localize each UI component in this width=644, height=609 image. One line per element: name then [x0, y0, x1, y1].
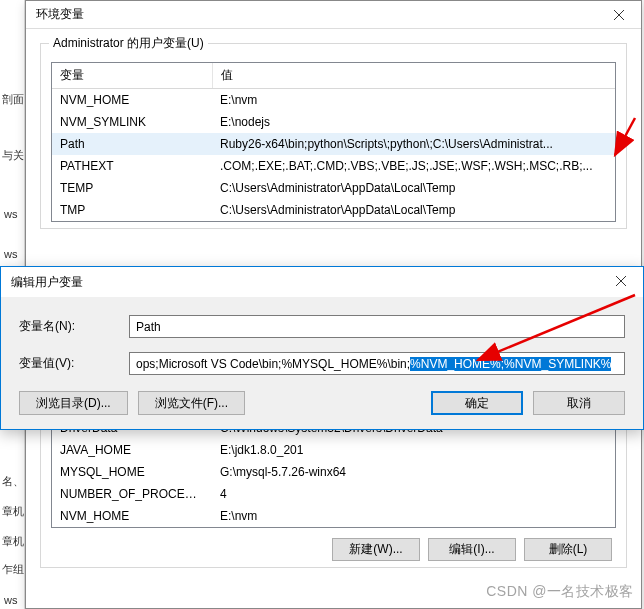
cell-name: TEMP	[52, 179, 212, 197]
cell-name: MYSQL_HOME	[52, 463, 212, 481]
table-row[interactable]: TMPC:\Users\Administrator\AppData\Local\…	[52, 199, 615, 221]
sys-vars-group: DriverDataC:\Windows\System32\Drivers\Dr…	[40, 417, 627, 568]
dialog-titlebar: 编辑用户变量	[1, 267, 643, 297]
cell-name: NVM_HOME	[52, 91, 212, 109]
value-label: 变量值(V):	[19, 355, 129, 372]
bg-text: 章机	[2, 534, 24, 549]
close-button[interactable]	[597, 1, 641, 29]
table-row[interactable]: PATHEXT.COM;.EXE;.BAT;.CMD;.VBS;.VBE;.JS…	[52, 155, 615, 177]
table-row[interactable]: JAVA_HOMEE:\jdk1.8.0_201	[52, 439, 615, 461]
bg-text: 名、	[2, 474, 24, 489]
cell-name: Path	[52, 135, 212, 153]
cell-value: C:\Users\Administrator\AppData\Local\Tem…	[212, 179, 615, 197]
value-text-selection: %NVM_HOME%;%NVM_SYMLINK%	[410, 357, 611, 371]
bg-text: ws	[4, 248, 17, 260]
bg-text: 乍组	[2, 562, 24, 577]
cell-value: E:\nvm	[212, 507, 615, 525]
table-row[interactable]: NUMBER_OF_PROCESSORS4	[52, 483, 615, 505]
cell-value: E:\jdk1.8.0_201	[212, 441, 615, 459]
cell-name: NUMBER_OF_PROCESSORS	[52, 485, 212, 503]
cell-name: JAVA_HOME	[52, 441, 212, 459]
user-vars-table[interactable]: 变量 值 NVM_HOMEE:\nvmNVM_SYMLINKE:\nodejsP…	[51, 62, 616, 222]
th-name[interactable]: 变量	[52, 63, 212, 88]
table-row[interactable]: NVM_HOMEE:\nvm	[52, 89, 615, 111]
cell-name: NVM_SYMLINK	[52, 113, 212, 131]
browse-file-button[interactable]: 浏览文件(F)...	[138, 391, 245, 415]
bg-text: ws	[4, 594, 17, 606]
dialog-title: 编辑用户变量	[11, 274, 83, 291]
group-legend: Administrator 的用户变量(U)	[49, 35, 208, 52]
cell-value: .COM;.EXE;.BAT;.CMD;.VBS;.VBE;.JS;.JSE;.…	[212, 157, 615, 175]
cell-name: NVM_HOME	[52, 507, 212, 525]
name-input[interactable]	[129, 315, 625, 338]
close-icon	[614, 10, 624, 20]
table-row[interactable]: NVM_SYMLINKE:\nodejs	[52, 111, 615, 133]
value-text-prefix: ops;Microsoft VS Code\bin;%MYSQL_HOME%\b…	[136, 357, 410, 371]
cell-value: G:\mysql-5.7.26-winx64	[212, 463, 615, 481]
ok-button[interactable]: 确定	[431, 391, 523, 415]
th-value[interactable]: 值	[212, 63, 615, 88]
cell-value: 4	[212, 485, 615, 503]
bg-text: 剖面	[2, 92, 24, 107]
dialog-close-button[interactable]	[599, 267, 643, 295]
cell-value: C:\Users\Administrator\AppData\Local\Tem…	[212, 201, 615, 219]
name-label: 变量名(N):	[19, 318, 129, 335]
edit-button[interactable]: 编辑(I)...	[428, 538, 516, 561]
cell-value: E:\nvm	[212, 91, 615, 109]
user-vars-group: Administrator 的用户变量(U) 变量 值 NVM_HOMEE:\n…	[40, 43, 627, 229]
table-row[interactable]: TEMPC:\Users\Administrator\AppData\Local…	[52, 177, 615, 199]
cell-value: Ruby26-x64\bin;python\Scripts\;python\;C…	[212, 135, 615, 153]
close-icon	[616, 276, 626, 286]
watermark: CSDN @一名技术极客	[486, 583, 634, 601]
cell-name: TMP	[52, 201, 212, 219]
edit-var-dialog: 编辑用户变量 变量名(N): 变量值(V): ops;Microsoft VS …	[0, 266, 644, 430]
table-row[interactable]: NVM_HOMEE:\nvm	[52, 505, 615, 527]
cancel-button[interactable]: 取消	[533, 391, 625, 415]
delete-button[interactable]: 删除(L)	[524, 538, 612, 561]
cell-name: PATHEXT	[52, 157, 212, 175]
bg-text: ws	[4, 208, 17, 220]
new-button[interactable]: 新建(W)...	[332, 538, 420, 561]
bg-text: 与关	[2, 148, 24, 163]
window-title: 环境变量	[36, 6, 84, 23]
table-row[interactable]: PathRuby26-x64\bin;python\Scripts\;pytho…	[52, 133, 615, 155]
browse-dir-button[interactable]: 浏览目录(D)...	[19, 391, 128, 415]
sys-vars-table[interactable]: DriverDataC:\Windows\System32\Drivers\Dr…	[51, 417, 616, 528]
cell-value: E:\nodejs	[212, 113, 615, 131]
table-row[interactable]: MYSQL_HOMEG:\mysql-5.7.26-winx64	[52, 461, 615, 483]
value-input[interactable]: ops;Microsoft VS Code\bin;%MYSQL_HOME%\b…	[129, 352, 625, 375]
titlebar: 环境变量	[26, 1, 641, 29]
bg-text: 章机	[2, 504, 24, 519]
